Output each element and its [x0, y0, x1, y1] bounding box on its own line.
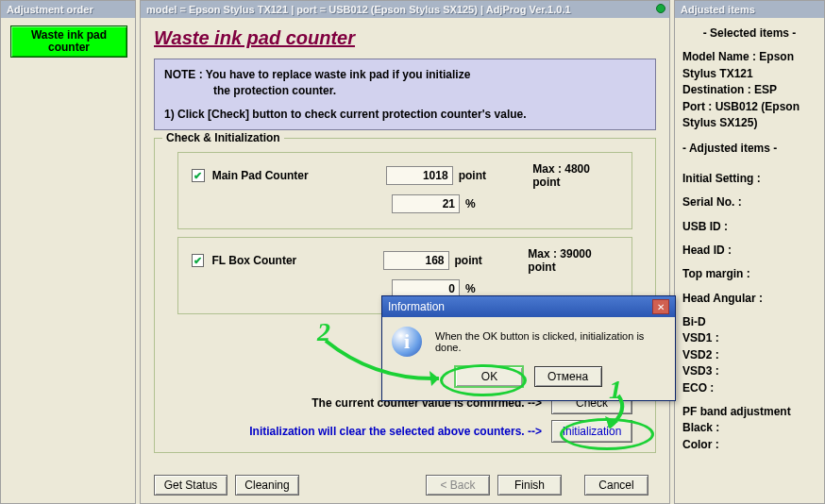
init-text: Initialization will clear the selected a… [177, 425, 551, 438]
dialog-ok-button[interactable]: OK [455, 366, 523, 387]
bottom-bar: Get Status Cleaning < Back Finish Cancel [154, 475, 656, 496]
right-panel-caption: Adjusted items [675, 1, 824, 18]
main-pad-checkbox[interactable]: ✔ [192, 169, 205, 182]
back-button[interactable]: < Back [426, 475, 490, 496]
adjusted-items-header: - Adjusted items - [682, 141, 817, 157]
right-item: Color : [682, 437, 817, 453]
info-icon: i [392, 327, 422, 357]
main-pad-block: ✔ Main Pad Counter 1018 point Max : 4800… [177, 152, 632, 229]
dialog-cancel-button[interactable]: Отмена [534, 366, 602, 387]
fl-box-value: 168 [383, 251, 448, 270]
dialog-message: When the OK button is clicked, initializ… [435, 330, 665, 353]
right-item: Bi-D [682, 314, 817, 330]
init-line: Initialization will clear the selected a… [177, 420, 632, 443]
left-panel: Adjustment order Waste ink pad counter [0, 0, 136, 504]
right-panel: Adjusted items - Selected items - Model … [674, 0, 825, 504]
right-item: Head ID : [682, 243, 817, 259]
main-pad-max: Max : 4800 point [532, 162, 618, 189]
get-status-button[interactable]: Get Status [154, 475, 227, 496]
right-item: Black : [682, 420, 817, 436]
main-panel: model = Epson Stylus TX121 | port = USB0… [140, 0, 670, 504]
right-item: Serial No. : [682, 194, 817, 210]
cleaning-button[interactable]: Cleaning [235, 475, 299, 496]
right-item: VSD3 : [682, 363, 817, 379]
note-line2: the protection counter. [164, 83, 646, 99]
note-line1: NOTE : You have to replace waste ink pad… [164, 67, 646, 83]
right-port: Port : USB012 (Epson Stylus SX125) [682, 99, 817, 132]
fl-box-unit: point [455, 254, 500, 267]
right-panel-body: - Selected items - Model Name : Epson St… [675, 18, 824, 503]
group-title: Check & Initialization [162, 131, 284, 144]
main-pad-label: Main Pad Counter [212, 169, 387, 182]
right-item: VSD1 : [682, 330, 817, 346]
dialog-title-text: Information [388, 300, 445, 313]
main-caption-text: model = Epson Stylus TX121 | port = USB0… [146, 4, 571, 15]
main-pad-pct-unit: % [465, 197, 513, 210]
main-pad-unit: point [459, 169, 505, 182]
right-item: PF band adjustment [682, 404, 817, 420]
waste-ink-pad-counter-button[interactable]: Waste ink pad counter [10, 25, 127, 58]
right-item: USB ID : [682, 219, 817, 235]
initialization-button[interactable]: Initialization [551, 420, 632, 443]
fl-box-pct-unit: % [465, 282, 513, 295]
fl-box-max: Max : 39000 point [528, 247, 618, 274]
page-title: Waste ink pad counter [154, 27, 656, 49]
note-line3: 1) Click [Check] button to check current… [164, 107, 646, 123]
fl-box-label: FL Box Counter [211, 254, 383, 267]
main-pad-value: 1018 [386, 166, 452, 185]
right-item: Top margin : [682, 266, 817, 282]
panel-status-dot-icon [656, 4, 665, 13]
cancel-button[interactable]: Cancel [584, 475, 648, 496]
left-panel-caption: Adjustment order [1, 1, 135, 18]
right-model-name: Model Name : Epson Stylus TX121 [682, 49, 817, 82]
right-item: Initial Setting : [682, 171, 817, 187]
fl-box-checkbox[interactable]: ✔ [192, 254, 204, 267]
main-panel-caption: model = Epson Stylus TX121 | port = USB0… [141, 1, 669, 18]
right-item: Head Angular : [682, 291, 817, 307]
dialog-close-icon[interactable]: ✕ [652, 299, 669, 314]
dialog-titlebar[interactable]: Information ✕ [382, 296, 675, 317]
selected-items-header: - Selected items - [682, 25, 817, 42]
right-destination: Destination : ESP [682, 82, 817, 98]
right-item: ECO : [682, 380, 817, 396]
main-pad-pct: 21 [392, 194, 460, 213]
note-box: NOTE : You have to replace waste ink pad… [154, 59, 656, 130]
information-dialog: Information ✕ i When the OK button is cl… [381, 295, 676, 401]
right-item: VSD2 : [682, 347, 817, 363]
waste-btn-label: Waste ink pad counter [11, 29, 126, 54]
finish-button[interactable]: Finish [497, 475, 562, 496]
